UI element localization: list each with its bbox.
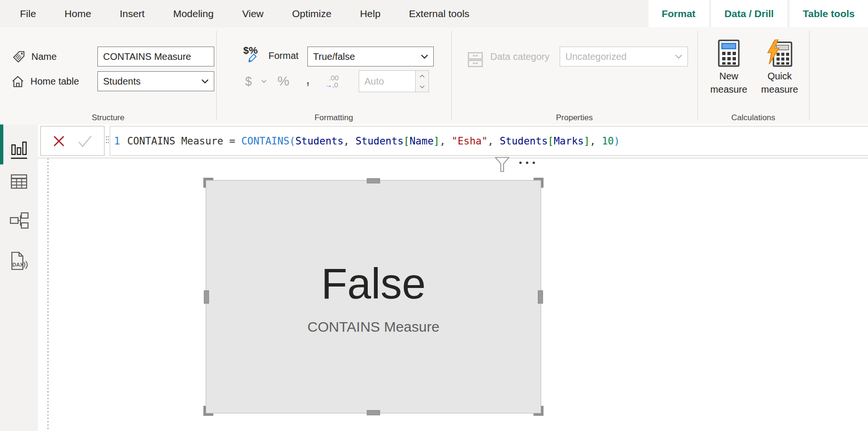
group-divider [809, 31, 810, 120]
format-field: $% Format [243, 45, 298, 66]
name-field-label: Name [12, 46, 57, 67]
home-icon [11, 75, 24, 88]
group-divider [697, 31, 698, 120]
report-view-icon [9, 140, 29, 161]
menu-tab-home[interactable]: Home [50, 0, 105, 27]
formula-bar: 1 CONTAINS Measure = CONTAINS(Students, … [38, 125, 868, 158]
cancel-x-icon[interactable] [52, 134, 66, 148]
resize-handle-bottom[interactable] [367, 410, 380, 415]
resize-handle-bottom-left[interactable] [203, 406, 213, 416]
menu-tab-format[interactable]: Format [649, 0, 709, 27]
home-table-label: Home table [11, 71, 79, 92]
canvas-left-boundary [48, 158, 48, 431]
group-divider [451, 31, 452, 120]
thousands-separator-button: , [305, 68, 310, 89]
formula-commit-controls [40, 126, 105, 156]
sidebar-item-table-view[interactable] [0, 172, 38, 191]
more-options-icon[interactable] [519, 162, 535, 164]
chevron-down-icon [421, 54, 428, 59]
commit-check-icon[interactable] [77, 134, 93, 148]
decimal-places-icon: .00 →.0 [325, 71, 339, 92]
resize-handle-left[interactable] [204, 290, 209, 304]
quick-measure-icon [766, 39, 793, 68]
resize-handle-top-left[interactable] [203, 178, 213, 188]
resize-handle-bottom-right[interactable] [534, 406, 544, 416]
menu-tab-view[interactable]: View [228, 0, 278, 27]
sidebar-item-report-view[interactable] [0, 140, 38, 161]
model-view-icon [9, 211, 29, 230]
dax-query-view-icon: DAX [9, 251, 29, 271]
table-view-icon [10, 172, 29, 191]
tag-icon [12, 50, 25, 63]
menu-tab-insert[interactable]: Insert [105, 0, 159, 27]
new-measure-button[interactable]: New measure [704, 39, 754, 96]
pencil-icon [247, 52, 258, 64]
menu-tab-help[interactable]: Help [346, 0, 395, 27]
menu-tab-file[interactable]: File [6, 0, 50, 27]
group-label-calculations: Calculations [697, 113, 809, 123]
data-category-select: Uncategorized [560, 47, 688, 67]
line-number: 1 [110, 135, 127, 147]
group-label-structure: Structure [0, 113, 216, 123]
menu-bar: File Home Insert Modeling View Optimize … [0, 0, 868, 27]
menu-tab-optimize[interactable]: Optimize [278, 0, 346, 27]
percent-format-button: % [277, 71, 289, 92]
chevron-down-icon [201, 79, 209, 84]
group-label-formatting: Formatting [216, 113, 451, 123]
card-category-label: CONTAINS Measure [206, 319, 541, 335]
menu-tab-table-tools[interactable]: Table tools [790, 0, 868, 27]
resize-handle-top[interactable] [367, 178, 380, 183]
menu-tab-external-tools[interactable]: External tools [395, 0, 484, 27]
dax-editor[interactable]: 1 CONTAINS Measure = CONTAINS(Students, … [110, 126, 868, 156]
stepper-down-icon [416, 81, 429, 92]
currency-format-button: $ [245, 71, 252, 92]
chevron-down-icon [675, 54, 682, 59]
new-measure-icon [718, 39, 740, 68]
stepper-buttons [415, 71, 429, 92]
card-visual[interactable]: False CONTAINS Measure [206, 180, 541, 413]
data-category-icon [467, 50, 485, 69]
quick-measure-button[interactable]: Quick measure [754, 39, 806, 96]
contextual-tabs: Format Data / Drill Table tools [649, 0, 868, 27]
format-currency-icon: $% [243, 45, 262, 67]
format-type-select[interactable]: True/false [307, 47, 434, 67]
resize-handle-top-right[interactable] [534, 178, 544, 188]
currency-chevron-icon [261, 71, 267, 92]
menu-tab-modeling[interactable]: Modeling [159, 0, 228, 27]
card-value: False [206, 262, 541, 305]
group-divider [216, 31, 217, 120]
ribbon: Name CONTAINS Measure Home table Student… [0, 27, 868, 125]
group-label-properties: Properties [451, 113, 697, 123]
view-sidebar: DAX [0, 125, 38, 431]
menu-tab-data-drill[interactable]: Data / Drill [711, 0, 787, 27]
decimal-places-stepper: Auto [359, 70, 429, 92]
resize-handle-right[interactable] [538, 290, 543, 304]
measure-name-input[interactable]: CONTAINS Measure [97, 47, 214, 67]
filter-funnel-icon[interactable] [495, 157, 510, 173]
powerbi-window: File Home Insert Modeling View Optimize … [0, 0, 868, 431]
svg-text:DAX: DAX [12, 262, 24, 268]
stepper-up-icon [416, 71, 429, 81]
data-category-label: Data category [490, 46, 550, 67]
sidebar-item-model-view[interactable] [0, 211, 38, 230]
sidebar-item-dax-query-view[interactable]: DAX [0, 251, 38, 271]
dax-code: CONTAINS Measure = CONTAINS(Students, St… [127, 135, 620, 147]
home-table-select[interactable]: Students [97, 71, 214, 91]
formula-bar-drag-handle[interactable] [106, 136, 107, 137]
